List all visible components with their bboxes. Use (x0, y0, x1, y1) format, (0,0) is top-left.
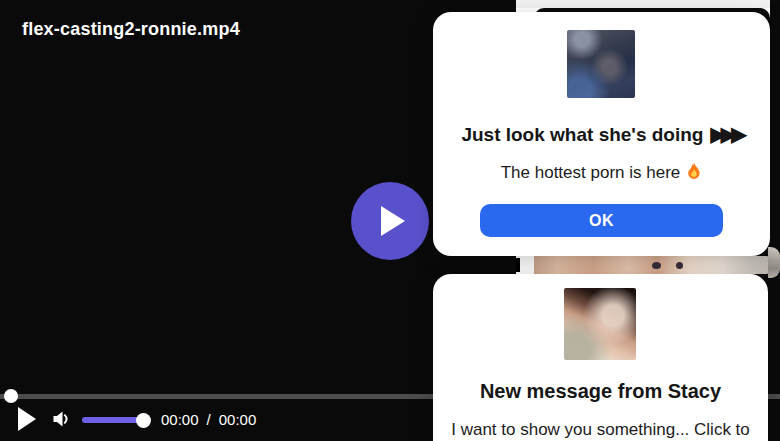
play-icon (381, 206, 405, 236)
photo-detail (652, 262, 661, 269)
popup-ad-message[interactable]: New message from Stacy I want to show yo… (433, 274, 768, 441)
center-play-button[interactable] (351, 182, 429, 260)
ok-button[interactable]: OK (480, 204, 723, 237)
video-player-window: flex-casting2-ronnie.mp4 00:00 / 00:00 J… (0, 0, 780, 441)
triple-play-arrows-icon: ▶▶▶ (710, 123, 741, 145)
current-time: 00:00 (161, 411, 199, 428)
message-body: I want to show you something... Click to (433, 420, 768, 440)
offer-thumbnail-image[interactable] (567, 30, 635, 98)
message-heading: New message from Stacy (433, 380, 768, 403)
volume-handle[interactable] (136, 413, 151, 428)
volume-icon[interactable] (52, 409, 72, 429)
video-title: flex-casting2-ronnie.mp4 (22, 19, 240, 40)
offer-subtext: The hottest porn is here (433, 162, 770, 183)
ad-page-left-notch (516, 258, 520, 272)
offer-heading: Just look what she's doing▶▶▶ (433, 122, 770, 146)
time-separator: / (207, 411, 211, 428)
fire-icon (686, 162, 702, 180)
play-button[interactable] (18, 407, 36, 431)
message-thumbnail-image[interactable] (564, 288, 636, 360)
ad-page-topbar (516, 0, 770, 8)
time-display: 00:00 / 00:00 (161, 411, 256, 428)
popup-ad-offer[interactable]: Just look what she's doing▶▶▶ The hottes… (433, 12, 770, 256)
seek-handle[interactable] (4, 389, 18, 403)
ad-page-photo-edge (768, 247, 780, 278)
duration: 00:00 (219, 411, 257, 428)
ad-page-photo-strip (534, 256, 770, 274)
photo-detail (676, 262, 683, 269)
